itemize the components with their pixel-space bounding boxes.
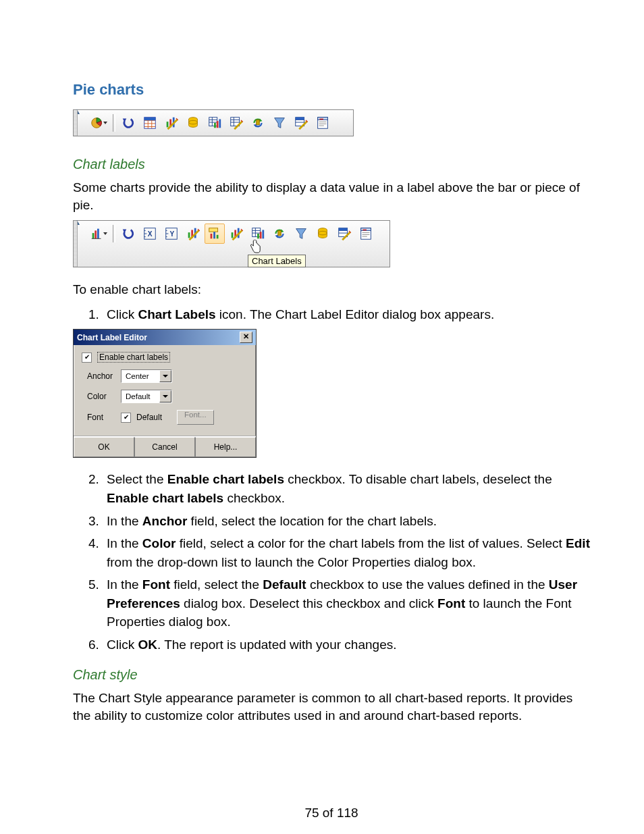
- table-edit-icon[interactable]: [334, 224, 354, 244]
- svg-rect-22: [92, 233, 95, 238]
- cancel-button[interactable]: Cancel: [134, 437, 195, 457]
- svg-rect-32: [209, 228, 218, 232]
- chart-labels-icon[interactable]: [205, 224, 225, 244]
- step-5: In the Font field, select the Default ch…: [103, 575, 590, 631]
- step-4: In the Color field, select a color for t…: [103, 534, 590, 571]
- svg-rect-33: [211, 234, 213, 238]
- anchor-label: Anchor: [87, 371, 115, 381]
- separator: [113, 225, 115, 242]
- table-grid-icon[interactable]: [140, 113, 160, 133]
- filter-icon[interactable]: [269, 113, 290, 133]
- svg-rect-53: [363, 236, 367, 237]
- table-edit-icon[interactable]: [291, 113, 311, 133]
- pie-toolbar: [73, 109, 354, 136]
- pie-chart-icon[interactable]: [84, 113, 110, 133]
- svg-rect-15: [296, 118, 304, 120]
- svg-rect-21: [319, 126, 324, 126]
- svg-rect-47: [339, 228, 348, 231]
- svg-rect-8: [209, 118, 217, 126]
- svg-text:X: X: [148, 230, 153, 238]
- labels-intro-text: Some charts provide the ability to displ…: [73, 179, 590, 213]
- separator: [113, 114, 115, 132]
- enable-chart-labels-checkbox[interactable]: ✔: [82, 353, 92, 363]
- chart-labels-heading: Chart labels: [73, 157, 590, 172]
- page-layout-icon[interactable]: [313, 113, 333, 133]
- svg-rect-10: [217, 121, 219, 128]
- data-edit-icon[interactable]: [226, 113, 246, 133]
- filter-icon[interactable]: [291, 224, 311, 244]
- page-number: 75 of 118: [73, 806, 590, 820]
- graph-edit-icon[interactable]: [183, 224, 203, 244]
- undo-icon[interactable]: [118, 113, 138, 133]
- step-6: Click OK. The report is updated with you…: [103, 635, 590, 654]
- ok-button[interactable]: OK: [74, 437, 134, 457]
- svg-rect-3: [167, 122, 169, 127]
- page-layout-icon[interactable]: [356, 224, 376, 244]
- svg-rect-39: [252, 228, 261, 237]
- dropdown-icon[interactable]: [159, 390, 171, 402]
- axis-y-icon[interactable]: Y: [161, 224, 182, 244]
- svg-rect-23: [95, 231, 97, 239]
- step-3: In the Anchor field, select the location…: [103, 512, 590, 531]
- svg-rect-40: [257, 234, 259, 238]
- data-grid-icon[interactable]: [205, 113, 225, 133]
- labels-toolbar: X Y: [73, 220, 390, 267]
- dialog-title: Chart Label Editor: [77, 333, 147, 342]
- svg-rect-52: [363, 234, 370, 235]
- toolbar-grip-icon[interactable]: [74, 221, 78, 267]
- bar-chart-icon[interactable]: [84, 224, 110, 244]
- color-select[interactable]: Default: [121, 390, 172, 403]
- graph-edit2-icon[interactable]: [226, 224, 246, 244]
- axis-x-icon[interactable]: X: [140, 224, 160, 244]
- svg-rect-42: [262, 230, 264, 239]
- svg-rect-41: [260, 232, 262, 239]
- font-button[interactable]: Font...: [177, 410, 214, 425]
- chart-style-text: The Chart Style appearance parameter is …: [73, 689, 590, 724]
- svg-rect-50: [363, 230, 367, 231]
- graph-edit-icon[interactable]: [161, 113, 182, 133]
- svg-rect-29: [188, 232, 190, 238]
- step-1: Click Chart Labels icon. The Chart Label…: [103, 305, 590, 324]
- svg-rect-51: [363, 232, 370, 233]
- svg-rect-13: [257, 120, 260, 124]
- refresh-icon[interactable]: [269, 224, 290, 244]
- svg-rect-9: [214, 123, 216, 128]
- anchor-select[interactable]: Center: [121, 369, 172, 383]
- enable-labels-intro: To enable chart labels:: [73, 281, 590, 298]
- database-icon[interactable]: [183, 113, 203, 133]
- refresh-icon[interactable]: [248, 113, 268, 133]
- svg-rect-2: [144, 118, 156, 121]
- svg-text:Y: Y: [170, 230, 175, 238]
- close-icon[interactable]: ✕: [240, 332, 252, 343]
- chart-style-heading: Chart style: [73, 667, 590, 683]
- section-heading: Pie charts: [73, 81, 590, 99]
- svg-rect-19: [319, 122, 327, 122]
- enable-chart-labels-label: Enable chart labels: [97, 352, 170, 363]
- font-default-checkbox[interactable]: ✔: [121, 413, 131, 423]
- color-label: Color: [87, 392, 115, 401]
- help-button[interactable]: Help...: [195, 437, 256, 457]
- svg-rect-43: [278, 231, 281, 236]
- dropdown-icon[interactable]: [159, 370, 171, 382]
- svg-rect-24: [97, 229, 99, 239]
- database-icon[interactable]: [313, 224, 333, 244]
- svg-rect-18: [319, 119, 323, 120]
- undo-icon[interactable]: [118, 224, 138, 244]
- svg-rect-11: [219, 120, 221, 128]
- svg-rect-34: [213, 232, 215, 239]
- svg-rect-35: [217, 235, 219, 239]
- svg-rect-36: [232, 232, 234, 238]
- chart-labels-tooltip: Chart Labels: [248, 255, 306, 267]
- svg-rect-20: [319, 124, 327, 124]
- font-label: Font: [87, 413, 115, 422]
- font-default-label: Default: [136, 413, 162, 422]
- chart-label-editor-dialog: Chart Label Editor ✕ ✔ Enable chart labe…: [73, 329, 257, 458]
- data-grid-icon[interactable]: [248, 224, 268, 244]
- toolbar-grip-icon[interactable]: [74, 110, 78, 136]
- step-2: Select the Enable chart labels checkbox.…: [103, 470, 590, 507]
